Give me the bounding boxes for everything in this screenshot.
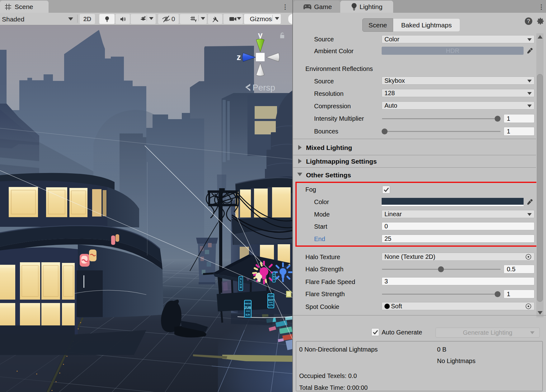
svg-text:U: U (240, 283, 242, 286)
svg-text:S: S (240, 278, 242, 280)
svg-text:PLUS: PLUS (268, 295, 274, 297)
svg-text:U: U (273, 273, 275, 275)
svg-text:y: y (258, 30, 262, 40)
svg-text:ZUB: ZUB (245, 306, 251, 310)
svg-text:S: S (273, 278, 275, 280)
svg-text:L: L (240, 280, 242, 283)
svg-text:Persp: Persp (252, 83, 275, 92)
svg-text:8.7%: 8.7% (268, 304, 274, 306)
svg-text:8.2h: 8.2h (246, 314, 250, 316)
svg-text:B: B (273, 276, 275, 278)
svg-text:R: R (240, 286, 242, 289)
svg-text:z: z (237, 53, 241, 62)
svg-text:FRESH: FRESH (245, 303, 251, 305)
svg-text:DAY: DAY (268, 298, 273, 301)
